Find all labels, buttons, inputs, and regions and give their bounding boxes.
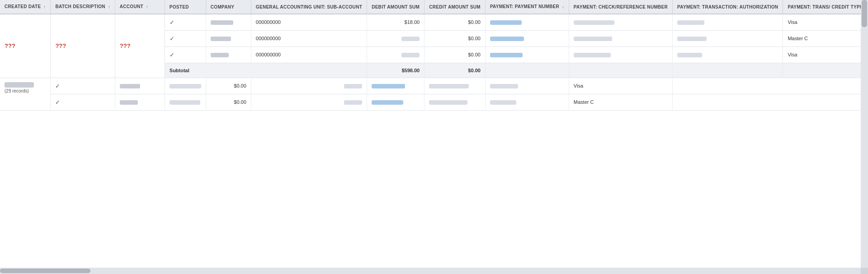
check-ref-cell [569,14,672,31]
credit-amount-value: $0.00 [468,36,481,41]
credit-type-value: Visa [788,19,797,25]
sort-desc-icon: ↓ [562,5,564,10]
col-label: CREATED DATE [5,4,41,9]
checkmark-icon: ✓ [170,51,175,58]
credit-amount-cell: $0.00 [425,46,486,63]
col-label: BATCH DESCRIPTION [55,4,105,9]
col-created-date[interactable]: CREATED DATE ↑ [0,0,51,14]
redacted-company [211,37,231,41]
posted-cell: ✓ [165,46,206,63]
ga-sub-account-value: 000000000 [256,36,281,41]
col-credit-type[interactable]: PAYMENT: TRANS/ CREDIT TYPE [783,0,868,14]
redacted-check-ref [574,37,612,41]
debit-amount-cell [367,30,425,46]
company-cell [206,46,251,63]
col-label: PAYMENT: PAYMENT NUMBER [490,4,559,9]
table-row: ✓ $0.00 [0,94,868,110]
credit-type-cell: Visa [783,14,868,31]
ga-sub-account-cell: 000000000 [251,30,367,46]
posted-cell: ✓ [51,94,115,110]
credit-type-cell: Visa [783,46,868,63]
scroll-corner [861,268,868,274]
company-cell [115,78,165,94]
sort-asc-icon: ↑ [44,5,46,10]
table-container: CREATED DATE ↑ BATCH DESCRIPTION ↑ ACCOU… [0,0,868,274]
credit-type-cell: Master C [783,30,868,46]
subtotal-empty-4 [783,63,868,78]
checkmark-icon: ✓ [55,99,60,106]
col-payment-number[interactable]: PAYMENT: PAYMENT NUMBER ↓ [485,0,569,14]
redacted-company [211,20,233,25]
group-label-created-date: ??? [5,42,15,49]
scrollbar-thumb-vertical[interactable] [862,0,867,27]
col-batch-description[interactable]: BATCH DESCRIPTION ↑ [51,0,115,14]
header-row: CREATED DATE ↑ BATCH DESCRIPTION ↑ ACCOU… [0,0,868,14]
group-label-account: ??? [120,42,131,49]
subtotal-label: Subtotal [170,68,189,73]
table-row: (29 records) ✓ $0.00 [0,78,868,94]
redacted-ga [170,84,201,88]
redacted-check-ref [429,100,467,105]
ga-sub-account-cell [165,78,206,94]
credit-amount-value: $0.00 [468,19,481,25]
redacted-payment-trans [677,20,704,25]
col-check-ref[interactable]: PAYMENT: CHECK/REFERENCE NUMBER [569,0,672,14]
debit-amount-value: $18.00 [405,19,420,25]
checkmark-icon: ✓ [170,19,175,26]
subtotal-credit: $0.00 [425,63,486,78]
payment-number-cell [485,46,569,63]
data-table: CREATED DATE ↑ BATCH DESCRIPTION ↑ ACCOU… [0,0,868,111]
payment-trans-cell [673,30,783,46]
credit-type-cell: Master C [569,94,672,110]
col-credit-amount[interactable]: CREDIT AMOUNT Sum [425,0,486,14]
credit-type-cell: Visa [569,78,672,94]
subtotal-empty-3 [673,63,783,78]
redacted-payment-number [372,100,403,105]
col-label: GENERAL ACCOUNTING UNIT: SUB-ACCOUNT [256,5,362,9]
redacted-credit [344,84,362,88]
check-ref-cell [569,46,672,63]
created-date-cell: ??? [0,14,51,78]
check-ref-cell [569,30,672,46]
debit-amount-cell: $0.00 [206,78,251,94]
redacted-debit [401,53,420,57]
col-ga-sub-account[interactable]: GENERAL ACCOUNTING UNIT: SUB-ACCOUNT [251,0,367,14]
table-row: ??? ??? ??? ✓ 000000000 [0,14,868,31]
redacted-check-ref [574,53,611,57]
payment-trans-cell [485,94,569,110]
subtotal-debit: $598.00 [367,63,425,78]
check-ref-cell [425,94,486,110]
credit-amount-cell: $0.00 [425,14,486,31]
redacted-debit [401,37,420,41]
batch-desc-cell: ??? [51,14,115,78]
col-posted[interactable]: POSTED [165,0,206,14]
subtotal-debit-value: $598.00 [401,68,420,73]
posted-cell: ✓ [165,30,206,46]
redacted-company [120,100,138,105]
col-label: DEBIT AMOUNT Sum [372,5,420,9]
col-label: COMPANY [211,5,234,9]
redacted-payment-number [372,84,405,88]
ga-sub-account-cell: 000000000 [251,46,367,63]
payment-number-cell [367,94,425,110]
scroll-wrapper[interactable]: CREATED DATE ↑ BATCH DESCRIPTION ↑ ACCOU… [0,0,868,274]
horizontal-scrollbar[interactable] [0,268,861,274]
company-cell [115,94,165,110]
credit-amount-value: $0.00 [468,52,481,57]
credit-amount-cell [251,78,367,94]
account-cell: ??? [115,14,165,78]
col-debit-amount[interactable]: DEBIT AMOUNT Sum [367,0,425,14]
vertical-scrollbar[interactable] [861,0,868,268]
col-label: ACCOUNT [120,4,143,9]
col-company[interactable]: COMPANY [206,0,251,14]
col-account[interactable]: ACCOUNT ↑ [115,0,165,14]
credit-type-value: Master C [574,99,594,105]
checkmark-icon: ✓ [170,35,175,42]
next-group-created-date: (29 records) [0,78,51,110]
company-cell [206,14,251,31]
col-label: POSTED [170,5,189,9]
sort-asc-icon: ↑ [146,5,148,10]
sort-asc-icon: ↑ [108,5,110,10]
scrollbar-thumb-horizontal[interactable] [0,269,90,273]
col-payment-transaction[interactable]: PAYMENT: TRANSACTION: AUTHORIZATION [673,0,783,14]
